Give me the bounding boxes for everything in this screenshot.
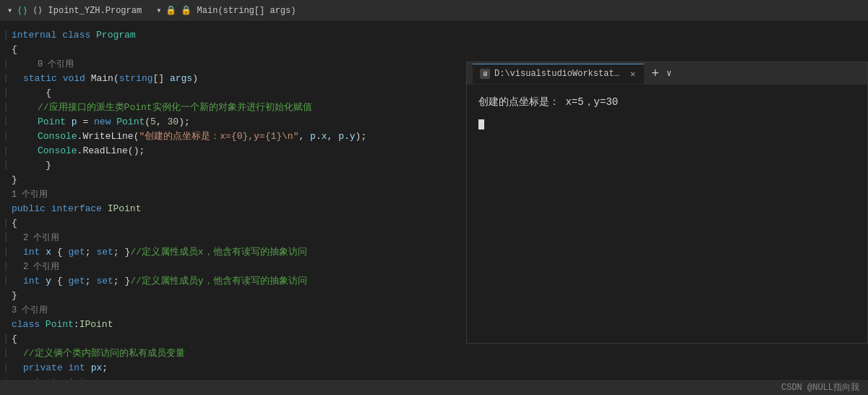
terminal-tab-label: D:\visualstudioWorkstati...	[494, 69, 624, 79]
line-indicator-8: │	[3, 132, 9, 140]
code-line-10: │ }	[0, 158, 463, 172]
dropdown-arrow-right: ▾	[156, 5, 161, 16]
code-line-15: │ 2 个引用	[0, 230, 463, 245]
code-line-16: │ int x { get; set; }//定义属性成员x，他含有读写的抽象访…	[0, 245, 463, 259]
line-indicator-14: │	[3, 218, 9, 227]
code-line-5: │ {	[0, 85, 463, 100]
line-content-14: {	[12, 218, 460, 229]
terminal-cursor	[478, 119, 484, 129]
code-line-2: {	[0, 42, 463, 56]
terminal-tab-bar: 🖥 D:\visualstudioWorkstati... ✕ + ∨	[467, 62, 867, 85]
line-indicator-4: │	[3, 74, 9, 82]
bottom-bar: CSDN @NULL指向我	[0, 379, 868, 395]
line-content-3: 0 个引用	[12, 58, 460, 70]
line-content-4: static void Main(string[] args)	[12, 73, 460, 84]
terminal-content: 创建的点坐标是： x=5，y=30	[467, 85, 867, 141]
line-content-2: {	[12, 44, 460, 55]
terminal-cursor-line	[478, 116, 856, 132]
code-line-9: │ Console.ReadLine();	[0, 143, 463, 158]
code-line-20: 3 个引用	[0, 302, 463, 317]
line-content-20: 3 个引用	[12, 304, 460, 316]
line-indicator-22: │	[3, 334, 9, 343]
top-bar: ▾ ⟨⟩ ⟨⟩ Ipoint_YZH.Program ▾ 🔒 🔒 Main(st…	[0, 0, 868, 22]
line-content-7: Point p = new Point(5, 30);	[12, 116, 460, 127]
line-indicator-9: │	[3, 146, 9, 155]
terminal-panel: 🖥 D:\visualstudioWorkstati... ✕ + ∨ 创建的点…	[466, 61, 868, 344]
main-layout: │ internal class Program { │ 0 个引用 │ sta…	[0, 22, 868, 395]
top-bar-right-label: 🔒 Main(string[] args)	[181, 5, 296, 16]
line-indicator-3: │	[3, 59, 9, 68]
line-indicator-18: │	[3, 276, 9, 285]
line-content-22: {	[12, 334, 460, 344]
line-indicator-6: │	[3, 103, 9, 111]
code-lines: │ internal class Program { │ 0 个引用 │ sta…	[0, 22, 463, 395]
line-indicator-7: │	[3, 117, 9, 126]
terminal-output-line: 创建的点坐标是： x=5，y=30	[478, 94, 856, 110]
code-line-7: │ Point p = new Point(5, 30);	[0, 114, 463, 129]
code-line-1: │ internal class Program	[0, 27, 463, 42]
line-content-12: 1 个引用	[12, 188, 460, 200]
line-content-1: internal class Program	[12, 30, 460, 41]
line-content-17: 2 个引用	[12, 260, 460, 273]
line-indicator-24: │	[3, 363, 9, 372]
line-content-18: int y { get; set; }//定义属性成员y，他含有读写的抽象访问	[12, 274, 460, 287]
code-line-23: │ //定义俩个类内部访问的私有成员变量	[0, 346, 463, 360]
code-line-11: }	[0, 172, 463, 187]
line-content-11: }	[12, 174, 460, 185]
lock-icon: 🔒	[166, 5, 176, 16]
line-content-16: int x { get; set; }//定义属性成员x，他含有读写的抽象访问	[12, 245, 460, 258]
code-line-22: │ {	[0, 331, 463, 346]
code-line-3: │ 0 个引用	[0, 56, 463, 71]
code-location-icon: ⟨⟩	[17, 5, 28, 17]
line-content-23: //定义俩个类内部访问的私有成员变量	[12, 347, 460, 360]
line-indicator-17: │	[3, 262, 9, 271]
code-line-21: class Point:IPoint	[0, 317, 463, 331]
terminal-close-button[interactable]: ✕	[629, 69, 637, 80]
terminal-add-button[interactable]: +	[651, 67, 659, 81]
credit-text: CSDN @NULL指向我	[781, 381, 859, 394]
line-content-6: //应用接口的派生类Point实例化一个新的对象并进行初始化赋值	[12, 101, 460, 114]
top-bar-left-item[interactable]: ▾ ⟨⟩ ⟨⟩ Ipoint_YZH.Program	[7, 5, 142, 17]
top-bar-right-item[interactable]: ▾ 🔒 🔒 Main(string[] args)	[156, 5, 296, 16]
line-indicator-5: │	[3, 88, 9, 97]
line-content-15: 2 个引用	[12, 232, 460, 244]
line-content-21: class Point:IPoint	[12, 319, 460, 330]
code-editor[interactable]: │ internal class Program { │ 0 个引用 │ sta…	[0, 22, 463, 395]
code-line-19: }	[0, 288, 463, 302]
code-line-13: public interface IPoint	[0, 201, 463, 216]
code-line-24: │ private int px;	[0, 360, 463, 375]
terminal-icon: 🖥	[480, 69, 490, 79]
line-content-8: Console.WriteLine("创建的点坐标是：x={0},y={1}\n…	[12, 129, 460, 143]
code-line-4: │ static void Main(string[] args)	[0, 71, 463, 85]
code-line-12: 1 个引用	[0, 187, 463, 201]
code-line-14: │ {	[0, 216, 463, 230]
code-line-8: │ Console.WriteLine("创建的点坐标是：x={0},y={1}…	[0, 129, 463, 143]
line-indicator-15: │	[3, 233, 9, 242]
code-line-17: │ 2 个引用	[0, 259, 463, 273]
line-indicator-16: │	[3, 247, 9, 256]
terminal-icon-symbol: 🖥	[482, 70, 489, 78]
line-content-24: private int px;	[12, 362, 460, 373]
code-line-6: │ //应用接口的派生类Point实例化一个新的对象并进行初始化赋值	[0, 100, 463, 114]
terminal-tab[interactable]: 🖥 D:\visualstudioWorkstati... ✕	[473, 64, 644, 84]
top-bar-left-label: ⟨⟩ Ipoint_YZH.Program	[33, 5, 142, 16]
line-indicator-1: │	[3, 30, 9, 39]
line-content-9: Console.ReadLine();	[12, 145, 460, 156]
terminal-chevron-button[interactable]: ∨	[666, 68, 671, 79]
line-content-10: }	[12, 160, 460, 171]
line-indicator-10: │	[3, 161, 9, 169]
line-content-5: {	[12, 88, 460, 98]
line-content-13: public interface IPoint	[12, 203, 460, 214]
dropdown-arrow-left: ▾	[7, 5, 12, 16]
line-indicator-23: │	[3, 349, 9, 357]
code-line-18: │ int y { get; set; }//定义属性成员y，他含有读写的抽象访…	[0, 273, 463, 288]
line-content-19: }	[12, 290, 460, 301]
